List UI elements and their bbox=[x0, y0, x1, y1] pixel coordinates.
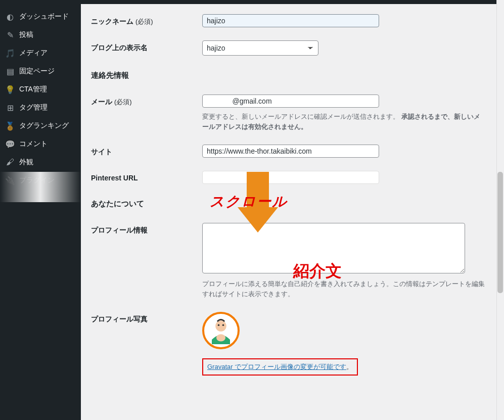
sidebar-item-label: コメント bbox=[19, 139, 76, 149]
email-input[interactable] bbox=[202, 95, 379, 108]
sidebar-item-label: 外観 bbox=[19, 158, 76, 167]
sidebar-item-tagrank[interactable]: 🏅 タグランキング bbox=[0, 117, 81, 135]
sidebar-item-label: 固定ページ bbox=[19, 67, 76, 76]
pinterest-input[interactable] bbox=[202, 171, 379, 184]
cta-icon: 💡 bbox=[5, 84, 15, 95]
scrollbar-thumb[interactable] bbox=[497, 172, 503, 293]
sidebar-item-label: タグランキング bbox=[19, 121, 76, 130]
sidebar-item-label: CTA管理 bbox=[19, 85, 76, 94]
sidebar-item-label: プラグイン bbox=[19, 176, 76, 185]
sidebar-item-cta[interactable]: 💡 CTA管理 bbox=[0, 80, 81, 99]
comments-icon: 💬 bbox=[5, 139, 15, 149]
site-input[interactable] bbox=[202, 145, 379, 158]
nickname-row: ニックネーム (必須) bbox=[91, 14, 494, 27]
contact-heading: 連絡先情報 bbox=[91, 71, 494, 80]
pinterest-label: Pinterest URL bbox=[91, 171, 202, 182]
sidebar-item-appearance[interactable]: 🖌 外観 bbox=[0, 153, 81, 171]
photo-label: プロフィール写真 bbox=[91, 312, 202, 324]
gravatar-link[interactable]: Gravatar でプロフィール画像の変更が可能です bbox=[207, 363, 346, 370]
svg-point-3 bbox=[216, 334, 225, 341]
sidebar-item-media[interactable]: 🎵 メディア bbox=[0, 44, 81, 62]
site-row: サイト bbox=[91, 145, 494, 158]
sidebar-item-label: タグ管理 bbox=[19, 103, 76, 112]
nickname-input[interactable] bbox=[202, 14, 379, 27]
admin-sidebar: ◐ ダッシュボード ✎ 投稿 🎵 メディア ▤ 固定ページ 💡 CTA管理 ⊞ … bbox=[0, 0, 81, 420]
sidebar-item-label: メディア bbox=[19, 49, 76, 58]
sidebar-item-dashboard[interactable]: ◐ ダッシュボード bbox=[0, 8, 81, 26]
admin-topbar bbox=[81, 0, 504, 4]
svg-point-1 bbox=[218, 324, 220, 326]
pinterest-row: Pinterest URL bbox=[91, 171, 494, 184]
bio-label: プロフィール情報 bbox=[91, 223, 202, 235]
svg-point-0 bbox=[215, 320, 226, 332]
nickname-label: ニックネーム (必須) bbox=[91, 14, 202, 26]
email-description: 変更すると、新しいメールアドレスに確認メールが送信されます。 承認されるまで、新… bbox=[202, 112, 485, 131]
profile-form: ニックネーム (必須) ブログ上の表示名 hajizo 連絡先情報 メール (必… bbox=[81, 0, 504, 420]
sidebar-item-label: ダッシュボード bbox=[19, 12, 76, 21]
displayname-select[interactable]: hajizo bbox=[202, 40, 318, 56]
about-heading: あなたについて bbox=[91, 199, 494, 209]
plugins-icon: 🔌 bbox=[5, 175, 15, 185]
email-row: メール (必須) 変更すると、新しいメールアドレスに確認メールが送信されます。 … bbox=[91, 95, 494, 131]
media-icon: 🎵 bbox=[5, 48, 15, 58]
bio-description: プロフィールに添える簡単な自己紹介を書き入れてみましょう。この情報はテンプレート… bbox=[202, 279, 485, 299]
avatar-image bbox=[207, 317, 235, 344]
avatar bbox=[202, 312, 240, 349]
displayname-label: ブログ上の表示名 bbox=[91, 40, 202, 53]
photo-row: プロフィール写真 Gravatar でプロフィール画像の変更が可能です。 bbox=[91, 312, 494, 376]
sidebar-item-label: 投稿 bbox=[19, 30, 76, 39]
bio-row: プロフィール情報 プロフィールに添える簡単な自己紹介を書き入れてみましょう。この… bbox=[91, 223, 494, 299]
bio-textarea[interactable] bbox=[202, 223, 465, 273]
posts-icon: ✎ bbox=[5, 30, 15, 40]
sidebar-item-posts[interactable]: ✎ 投稿 bbox=[0, 26, 81, 44]
sidebar-item-comments[interactable]: 💬 コメント bbox=[0, 135, 81, 153]
tagrank-icon: 🏅 bbox=[5, 121, 15, 131]
scrollbar-track[interactable] bbox=[496, 0, 504, 420]
svg-point-2 bbox=[222, 324, 224, 326]
gravatar-highlight-box: Gravatar でプロフィール画像の変更が可能です。 bbox=[202, 358, 358, 376]
appearance-icon: 🖌 bbox=[5, 157, 15, 167]
sidebar-item-tags[interactable]: ⊞ タグ管理 bbox=[0, 99, 81, 117]
tag-icon: ⊞ bbox=[5, 103, 15, 113]
dashboard-icon: ◐ bbox=[5, 12, 15, 22]
site-label: サイト bbox=[91, 145, 202, 157]
displayname-row: ブログ上の表示名 hajizo bbox=[91, 40, 494, 56]
email-label: メール (必須) bbox=[91, 95, 202, 107]
sidebar-item-plugins[interactable]: 🔌 プラグイン bbox=[0, 171, 81, 190]
pages-icon: ▤ bbox=[5, 66, 15, 76]
gravatar-period: 。 bbox=[346, 363, 353, 370]
sidebar-item-pages[interactable]: ▤ 固定ページ bbox=[0, 62, 81, 80]
